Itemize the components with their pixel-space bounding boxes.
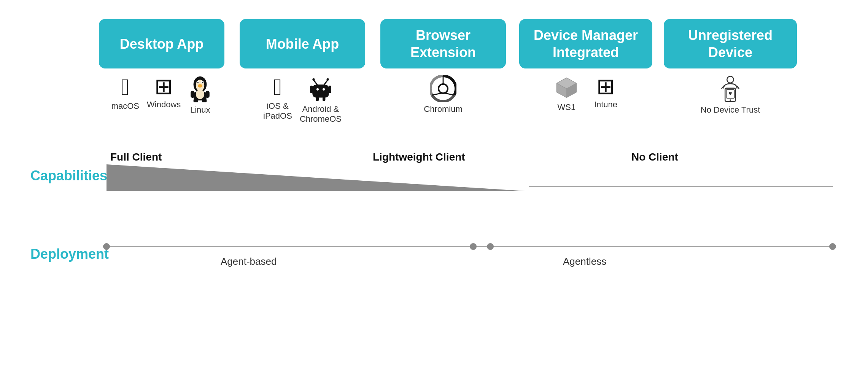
browser-extension-header: Browser Extension	[380, 19, 506, 68]
svg-point-18	[326, 78, 329, 81]
apple-icon: 	[121, 75, 130, 99]
deployment-dot-end	[829, 243, 836, 250]
ios-icon-item:  iOS &iPadOS	[263, 75, 292, 121]
agent-based-label: Agent-based	[221, 256, 277, 267]
column-unregistered: Unregistered Device	[658, 19, 803, 115]
deployment-dot-start	[103, 243, 110, 250]
capabilities-area: Full Client Lightweight Client No Client	[107, 151, 838, 201]
desktop-app-icons:  macOS ⊞ Windows	[111, 75, 212, 115]
no-device-icon-item: No Device Trust	[701, 75, 760, 115]
android-icon-item: Android &ChromeOS	[300, 75, 342, 124]
android-label: Android &ChromeOS	[300, 104, 342, 124]
no-device-trust-icon	[717, 75, 744, 103]
device-manager-icons: WS1 ⊞ Intune	[554, 75, 617, 112]
deployment-line-area: Agent-based Agentless	[107, 235, 838, 265]
svg-rect-22	[323, 96, 325, 101]
svg-point-17	[312, 78, 315, 81]
ws1-icon-item: WS1	[554, 75, 579, 112]
linux-tux-icon	[188, 75, 212, 103]
agentless-label: Agentless	[563, 256, 606, 267]
svg-rect-21	[316, 96, 319, 101]
svg-point-33	[727, 76, 734, 83]
svg-point-36	[730, 99, 731, 101]
full-client-label: Full Client	[110, 151, 162, 163]
no-client-label: No Client	[631, 151, 678, 163]
capabilities-triangle	[107, 164, 525, 195]
svg-line-27	[443, 93, 454, 95]
svg-rect-10	[202, 99, 207, 102]
intune-windows-icon: ⊞	[596, 75, 615, 97]
top-section: Desktop App  macOS ⊞ Windows	[91, 19, 838, 124]
column-desktop-app: Desktop App  macOS ⊞ Windows	[91, 19, 232, 115]
browser-extension-icons: Chromium	[424, 75, 462, 114]
column-device-manager: Device Manager Integrated WS1	[513, 19, 658, 112]
svg-point-4	[197, 82, 199, 83]
unregistered-icons: No Device Trust	[701, 75, 760, 115]
chromium-label: Chromium	[424, 104, 462, 114]
ios-label: iOS &iPadOS	[263, 101, 292, 121]
lightweight-client-label: Lightweight Client	[373, 151, 465, 163]
ws1-icon	[554, 75, 579, 100]
svg-point-6	[198, 84, 202, 88]
svg-point-16	[323, 88, 325, 91]
main-container: Desktop App  macOS ⊞ Windows	[0, 0, 868, 366]
svg-rect-12	[206, 91, 210, 98]
svg-rect-9	[194, 99, 198, 102]
linux-label: Linux	[190, 105, 210, 115]
linux-icon-item: Linux	[188, 75, 212, 115]
deployment-section: Deployment Agent-based Agentless	[30, 235, 838, 273]
capabilities-section: Capabilities Full Client Lightweight Cli…	[30, 151, 838, 201]
deployment-dot-middle	[470, 243, 477, 250]
unregistered-header: Unregistered Device	[664, 19, 797, 68]
deployment-label: Deployment	[30, 246, 109, 262]
desktop-app-header: Desktop App	[99, 19, 224, 68]
svg-point-25	[439, 84, 447, 93]
windows-icon: ⊞	[154, 75, 173, 97]
svg-line-28	[432, 93, 443, 95]
ws1-label: WS1	[558, 102, 576, 112]
svg-point-5	[202, 82, 203, 83]
chromium-icon	[430, 75, 456, 102]
macos-label: macOS	[111, 101, 139, 111]
triangle-svg	[107, 164, 525, 195]
mobile-app-icons:  iOS &iPadOS	[263, 75, 342, 124]
column-mobile-app: Mobile App  iOS &iPadOS	[232, 19, 373, 124]
svg-rect-20	[328, 86, 331, 93]
intune-label: Intune	[594, 100, 617, 110]
windows-label: Windows	[147, 100, 181, 110]
column-browser-extension: Browser Extension	[373, 19, 513, 114]
capabilities-label: Capabilities	[30, 168, 107, 184]
chromium-icon-item: Chromium	[424, 75, 462, 114]
svg-rect-19	[310, 86, 313, 93]
apple-mobile-icon: 	[273, 75, 282, 99]
intune-icon-item: ⊞ Intune	[594, 75, 617, 110]
windows-icon-item: ⊞ Windows	[147, 75, 181, 110]
svg-rect-11	[191, 91, 194, 98]
columns-row: Desktop App  macOS ⊞ Windows	[91, 19, 803, 124]
no-client-line	[529, 186, 833, 187]
no-device-trust-label: No Device Trust	[701, 105, 760, 115]
deployment-dot-middle2	[487, 243, 494, 250]
svg-point-15	[316, 88, 319, 91]
svg-marker-39	[107, 164, 525, 191]
device-manager-header: Device Manager Integrated	[519, 19, 652, 68]
android-icon	[309, 75, 332, 102]
macos-icon-item:  macOS	[111, 75, 139, 111]
mobile-app-header: Mobile App	[240, 19, 365, 68]
svg-point-8	[196, 90, 204, 99]
